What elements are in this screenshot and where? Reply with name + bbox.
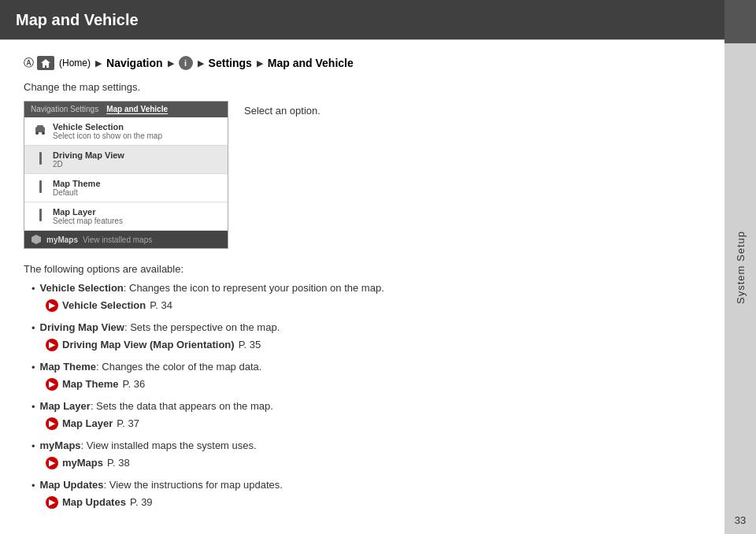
option-vehicle-text: Vehicle Selection: Changes the icon to r… [40, 280, 701, 296]
menu-header-tabs: Navigation Settings Map and Vehicle [24, 102, 228, 117]
ref-mymaps: ▶ myMaps P. 38 [24, 455, 701, 471]
bullet-3: • [32, 360, 35, 376]
ref-map-layer-label: Map Layer [62, 416, 113, 432]
ref-map-theme-page: P. 36 [123, 376, 146, 392]
map-theme-title: Map Theme [53, 179, 220, 188]
breadcrumb-arrow-2: ▶ [168, 58, 174, 69]
menu-item-mymaps[interactable]: myMaps View installed maps [24, 231, 228, 248]
option-vehicle-selection: • Vehicle Selection: Changes the icon to… [24, 280, 701, 297]
menu-item-map-theme[interactable]: Map Theme Default [24, 174, 228, 202]
tab-map-and-vehicle[interactable]: Map and Vehicle [106, 105, 168, 114]
ref-vehicle-selection: ▶ Vehicle Selection P. 34 [24, 298, 701, 313]
svg-point-2 [35, 132, 39, 135]
home-icon [37, 56, 54, 70]
vehicle-selection-subtitle: Select icon to show on the map [53, 132, 220, 140]
subtitle: Change the map settings. [24, 81, 701, 93]
question-icon: Ⓐ [24, 56, 34, 70]
driving-map-subtitle: 2D [53, 160, 220, 169]
breadcrumb-map-vehicle: Map and Vehicle [268, 57, 354, 69]
vehicle-selection-title: Vehicle Selection [53, 122, 220, 132]
option-driving-bold: Driving Map View [40, 321, 124, 333]
breadcrumb-info-icon: i [179, 56, 193, 70]
option-map-updates-text: Map Updates: View the instructions for m… [40, 477, 701, 493]
bullet-4: • [32, 399, 35, 415]
map-theme-content: Map Theme Default [53, 179, 220, 197]
driving-map-title: Driving Map View [53, 150, 220, 160]
map-theme-subtitle: Default [53, 188, 220, 197]
vehicle-icon-container [32, 122, 48, 136]
ref-map-layer-page: P. 37 [117, 416, 139, 432]
breadcrumb: Ⓐ (Home) ▶ Navigation ▶ i ▶ Settings ▶ M… [24, 56, 701, 70]
following-options-label: The following options are available: [24, 261, 701, 277]
bullet-1: • [32, 281, 35, 297]
option-map-layer-text: Map Layer: Sets the data that appears on… [40, 399, 701, 414]
breadcrumb-arrow-1: ▶ [95, 58, 102, 69]
ref-icon-1: ▶ [46, 299, 58, 312]
select-option-text: Select an option. [244, 101, 321, 117]
options-list: The following options are available: • V… [24, 261, 701, 510]
main-row: Navigation Settings Map and Vehicle [24, 101, 701, 249]
ref-icon-3: ▶ [46, 378, 58, 391]
vehicle-selection-content: Vehicle Selection Select icon to show on… [53, 122, 220, 140]
ref-icon-6: ▶ [46, 496, 58, 509]
map-layer-content: Map Layer Select map features [53, 207, 220, 225]
menu-item-driving-map-view[interactable]: Driving Map View 2D [24, 146, 228, 174]
right-description: Select an option. [244, 101, 321, 117]
ref-icon-2: ▶ [46, 339, 58, 351]
svg-rect-1 [37, 125, 43, 128]
option-driving-map: • Driving Map View: Sets the perspective… [24, 320, 701, 336]
driving-map-content: Driving Map View 2D [53, 150, 220, 169]
ref-icon-4: ▶ [46, 417, 58, 430]
sidebar-label: System Setup [735, 231, 747, 304]
ref-map-theme: ▶ Map Theme P. 36 [24, 376, 701, 392]
menu-screenshot: Navigation Settings Map and Vehicle [24, 101, 228, 249]
option-mymaps-text: myMaps: View installed maps the system u… [40, 438, 701, 454]
map-layer-icon-container [32, 207, 48, 221]
map-theme-icon-container [32, 179, 48, 193]
menu-item-vehicle-selection[interactable]: Vehicle Selection Select icon to show on… [24, 117, 228, 146]
ref-map-layer: ▶ Map Layer P. 37 [24, 416, 701, 432]
ref-mymaps-label: myMaps [62, 455, 103, 471]
tab-navigation-settings[interactable]: Navigation Settings [31, 105, 98, 114]
breadcrumb-arrow-4: ▶ [257, 58, 263, 69]
option-map-layer: • Map Layer: Sets the data that appears … [24, 399, 701, 415]
option-vehicle-bold: Vehicle Selection [40, 282, 124, 294]
option-map-theme: • Map Theme: Changes the color of the ma… [24, 359, 701, 376]
bullet-5: • [32, 439, 35, 454]
breadcrumb-settings: Settings [209, 57, 252, 69]
content-body: Ⓐ (Home) ▶ Navigation ▶ i ▶ Settings ▶ M… [0, 40, 724, 534]
ref-icon-5: ▶ [46, 457, 58, 469]
ref-driving-page: P. 35 [239, 337, 261, 353]
breadcrumb-navigation: Navigation [106, 57, 163, 69]
option-map-updates-bold: Map Updates [40, 479, 104, 491]
svg-marker-4 [32, 235, 41, 244]
ref-mymaps-page: P. 38 [107, 455, 130, 471]
ref-driving-label: Driving Map View (Map Orientation) [62, 337, 235, 353]
option-map-theme-bold: Map Theme [40, 361, 97, 373]
header-title: Map and Vehicle [16, 11, 139, 29]
option-map-theme-text: Map Theme: Changes the color of the map … [40, 359, 701, 375]
page-number: 33 [724, 514, 756, 526]
ref-map-theme-label: Map Theme [62, 376, 119, 392]
ref-map-updates: ▶ Map Updates P. 39 [24, 495, 701, 510]
ref-vehicle-label: Vehicle Selection [62, 298, 146, 313]
mymaps-title: myMaps [46, 235, 78, 244]
option-map-updates: • Map Updates: View the instructions for… [24, 477, 701, 494]
right-sidebar: System Setup 33 [724, 0, 756, 534]
option-driving-text: Driving Map View: Sets the perspective o… [40, 320, 701, 336]
mymaps-subtitle: View installed maps [83, 235, 152, 244]
map-layer-subtitle: Select map features [53, 217, 220, 225]
option-mymaps-bold: myMaps [40, 439, 81, 451]
bullet-6: • [32, 478, 35, 494]
menu-item-map-layer[interactable]: Map Layer Select map features [24, 202, 228, 231]
main-content: Map and Vehicle Ⓐ (Home) ▶ Navigation ▶ … [0, 0, 724, 534]
page-header: Map and Vehicle [0, 0, 724, 39]
bullet-2: • [32, 321, 35, 336]
breadcrumb-home-label: (Home) [59, 57, 91, 69]
sidebar-top-block [724, 0, 756, 43]
option-mymaps: • myMaps: View installed maps the system… [24, 438, 701, 454]
driving-map-icon-container [32, 150, 48, 165]
ref-map-updates-label: Map Updates [62, 495, 126, 510]
map-layer-title: Map Layer [53, 207, 220, 217]
breadcrumb-arrow-3: ▶ [198, 58, 204, 69]
